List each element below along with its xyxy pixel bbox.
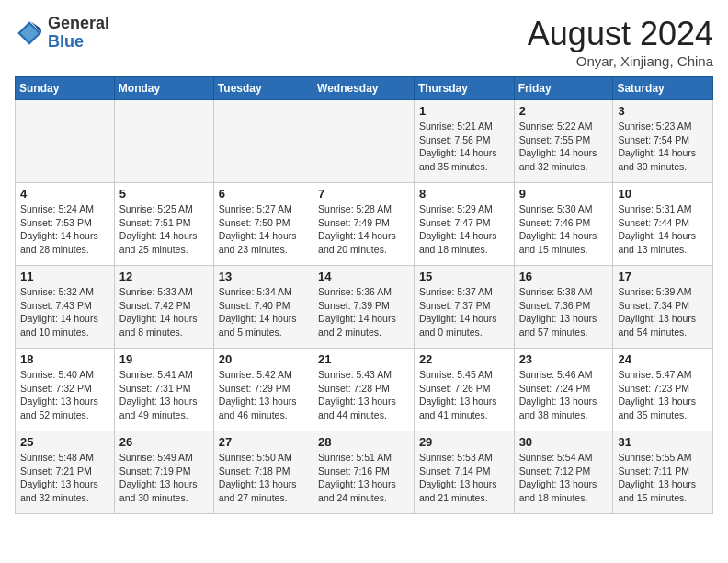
day-number: 6 [219, 187, 308, 201]
calendar-cell-3-3: 13Sunrise: 5:34 AMSunset: 7:40 PMDayligh… [213, 266, 313, 349]
day-number: 28 [318, 435, 409, 449]
day-info: Sunrise: 5:54 AMSunset: 7:12 PMDaylight:… [519, 451, 609, 505]
logo-general-text: General [48, 14, 109, 32]
calendar-cell-5-6: 30Sunrise: 5:54 AMSunset: 7:12 PMDayligh… [514, 431, 613, 514]
col-tuesday: Tuesday [213, 77, 313, 100]
calendar-cell-3-7: 17Sunrise: 5:39 AMSunset: 7:34 PMDayligh… [613, 266, 713, 349]
day-number: 31 [618, 435, 708, 449]
location-text: Onyar, Xinjiang, China [528, 53, 713, 69]
calendar-header: Sunday Monday Tuesday Wednesday Thursday… [16, 77, 713, 100]
day-number: 10 [618, 187, 708, 201]
day-info: Sunrise: 5:37 AMSunset: 7:37 PMDaylight:… [419, 285, 509, 339]
day-number: 24 [618, 352, 708, 366]
day-info: Sunrise: 5:29 AMSunset: 7:47 PMDaylight:… [419, 202, 509, 257]
day-info: Sunrise: 5:43 AMSunset: 7:28 PMDaylight:… [318, 368, 409, 422]
calendar-cell-4-5: 22Sunrise: 5:45 AMSunset: 7:26 PMDayligh… [414, 349, 514, 431]
calendar-cell-4-6: 23Sunrise: 5:46 AMSunset: 7:24 PMDayligh… [514, 349, 613, 431]
day-number: 16 [519, 270, 609, 283]
day-number: 5 [119, 187, 209, 201]
calendar-cell-4-1: 18Sunrise: 5:40 AMSunset: 7:32 PMDayligh… [16, 349, 115, 431]
day-info: Sunrise: 5:31 AMSunset: 7:44 PMDaylight:… [618, 202, 708, 257]
day-info: Sunrise: 5:24 AMSunset: 7:53 PMDaylight:… [20, 202, 109, 257]
day-info: Sunrise: 5:32 AMSunset: 7:43 PMDaylight:… [20, 285, 109, 339]
calendar-cell-3-2: 12Sunrise: 5:33 AMSunset: 7:42 PMDayligh… [114, 266, 213, 349]
col-saturday: Saturday [613, 77, 713, 100]
day-number: 13 [219, 270, 308, 283]
calendar-cell-3-6: 16Sunrise: 5:38 AMSunset: 7:36 PMDayligh… [514, 266, 613, 349]
day-info: Sunrise: 5:50 AMSunset: 7:18 PMDaylight:… [219, 451, 308, 505]
day-number: 15 [419, 270, 509, 283]
calendar-cell-1-7: 3Sunrise: 5:23 AMSunset: 7:54 PMDaylight… [613, 100, 713, 183]
month-title: August 2024 [528, 15, 713, 53]
day-number: 21 [318, 352, 409, 366]
day-info: Sunrise: 5:21 AMSunset: 7:56 PMDaylight:… [419, 120, 509, 174]
week-row-2: 4Sunrise: 5:24 AMSunset: 7:53 PMDaylight… [16, 183, 713, 266]
week-row-5: 25Sunrise: 5:48 AMSunset: 7:21 PMDayligh… [16, 431, 713, 514]
logo-icon [15, 18, 44, 48]
calendar-cell-2-7: 10Sunrise: 5:31 AMSunset: 7:44 PMDayligh… [613, 183, 713, 266]
col-friday: Friday [514, 77, 613, 100]
day-info: Sunrise: 5:27 AMSunset: 7:50 PMDaylight:… [219, 202, 308, 257]
day-number: 3 [618, 104, 708, 118]
logo: General Blue [15, 15, 109, 52]
day-info: Sunrise: 5:55 AMSunset: 7:11 PMDaylight:… [618, 451, 708, 505]
day-info: Sunrise: 5:38 AMSunset: 7:36 PMDaylight:… [519, 285, 609, 339]
calendar-body: 1Sunrise: 5:21 AMSunset: 7:56 PMDaylight… [16, 100, 713, 514]
calendar-cell-1-5: 1Sunrise: 5:21 AMSunset: 7:56 PMDaylight… [414, 100, 514, 183]
day-number: 1 [419, 104, 509, 118]
calendar-table: Sunday Monday Tuesday Wednesday Thursday… [15, 76, 713, 514]
col-monday: Monday [114, 77, 213, 100]
week-row-1: 1Sunrise: 5:21 AMSunset: 7:56 PMDaylight… [16, 100, 713, 183]
week-row-4: 18Sunrise: 5:40 AMSunset: 7:32 PMDayligh… [16, 349, 713, 431]
day-number: 2 [519, 104, 609, 118]
day-info: Sunrise: 5:41 AMSunset: 7:31 PMDaylight:… [119, 368, 209, 422]
calendar-cell-1-6: 2Sunrise: 5:22 AMSunset: 7:55 PMDaylight… [514, 100, 613, 183]
calendar-cell-3-5: 15Sunrise: 5:37 AMSunset: 7:37 PMDayligh… [414, 266, 514, 349]
day-number: 12 [119, 270, 209, 283]
col-thursday: Thursday [414, 77, 514, 100]
day-info: Sunrise: 5:36 AMSunset: 7:39 PMDaylight:… [318, 285, 409, 339]
day-info: Sunrise: 5:23 AMSunset: 7:54 PMDaylight:… [618, 120, 708, 174]
day-info: Sunrise: 5:46 AMSunset: 7:24 PMDaylight:… [519, 368, 609, 422]
header-row: Sunday Monday Tuesday Wednesday Thursday… [16, 77, 713, 100]
calendar-cell-5-1: 25Sunrise: 5:48 AMSunset: 7:21 PMDayligh… [16, 431, 115, 514]
calendar-cell-2-1: 4Sunrise: 5:24 AMSunset: 7:53 PMDaylight… [16, 183, 115, 266]
day-number: 4 [20, 187, 109, 201]
calendar-cell-4-4: 21Sunrise: 5:43 AMSunset: 7:28 PMDayligh… [313, 349, 415, 431]
day-number: 8 [419, 187, 509, 201]
day-number: 17 [618, 270, 708, 283]
calendar-cell-1-1 [16, 100, 115, 183]
day-info: Sunrise: 5:33 AMSunset: 7:42 PMDaylight:… [119, 285, 209, 339]
day-info: Sunrise: 5:42 AMSunset: 7:29 PMDaylight:… [219, 368, 308, 422]
day-info: Sunrise: 5:30 AMSunset: 7:46 PMDaylight:… [519, 202, 609, 257]
calendar-cell-5-5: 29Sunrise: 5:53 AMSunset: 7:14 PMDayligh… [414, 431, 514, 514]
calendar-cell-5-4: 28Sunrise: 5:51 AMSunset: 7:16 PMDayligh… [313, 431, 415, 514]
week-row-3: 11Sunrise: 5:32 AMSunset: 7:43 PMDayligh… [16, 266, 713, 349]
day-number: 22 [419, 352, 509, 366]
day-info: Sunrise: 5:34 AMSunset: 7:40 PMDaylight:… [219, 285, 308, 339]
day-info: Sunrise: 5:39 AMSunset: 7:34 PMDaylight:… [618, 285, 708, 339]
day-info: Sunrise: 5:45 AMSunset: 7:26 PMDaylight:… [419, 368, 509, 422]
day-info: Sunrise: 5:49 AMSunset: 7:19 PMDaylight:… [119, 451, 209, 505]
day-number: 11 [20, 270, 109, 283]
title-block: August 2024 Onyar, Xinjiang, China [528, 15, 713, 69]
calendar-cell-3-1: 11Sunrise: 5:32 AMSunset: 7:43 PMDayligh… [16, 266, 115, 349]
day-number: 19 [119, 352, 209, 366]
day-number: 18 [20, 352, 109, 366]
col-sunday: Sunday [16, 77, 115, 100]
day-info: Sunrise: 5:47 AMSunset: 7:23 PMDaylight:… [618, 368, 708, 422]
calendar-cell-2-3: 6Sunrise: 5:27 AMSunset: 7:50 PMDaylight… [213, 183, 313, 266]
calendar-cell-2-6: 9Sunrise: 5:30 AMSunset: 7:46 PMDaylight… [514, 183, 613, 266]
calendar-cell-1-3 [213, 100, 313, 183]
day-info: Sunrise: 5:22 AMSunset: 7:55 PMDaylight:… [519, 120, 609, 174]
day-number: 25 [20, 435, 109, 449]
logo-blue-text: Blue [48, 32, 84, 51]
day-number: 14 [318, 270, 409, 283]
day-number: 30 [519, 435, 609, 449]
day-info: Sunrise: 5:51 AMSunset: 7:16 PMDaylight:… [318, 451, 409, 505]
calendar-cell-1-4 [313, 100, 415, 183]
day-info: Sunrise: 5:53 AMSunset: 7:14 PMDaylight:… [419, 451, 509, 505]
calendar-cell-5-2: 26Sunrise: 5:49 AMSunset: 7:19 PMDayligh… [114, 431, 213, 514]
day-number: 7 [318, 187, 409, 201]
calendar-cell-2-4: 7Sunrise: 5:28 AMSunset: 7:49 PMDaylight… [313, 183, 415, 266]
